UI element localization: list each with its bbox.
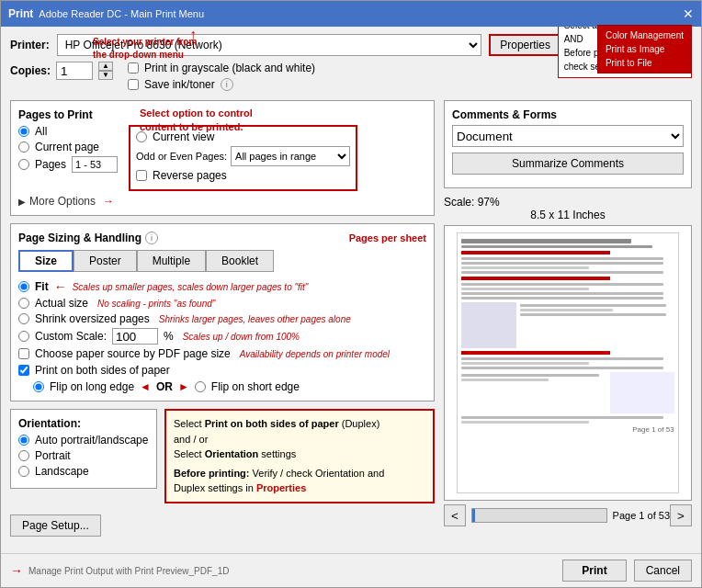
pages-range-label: Pages: [35, 158, 66, 171]
comments-select[interactable]: Document: [452, 125, 684, 147]
portrait-radio[interactable]: [18, 450, 29, 461]
copies-spinner[interactable]: ▲ ▼: [98, 62, 113, 80]
page-setup-button[interactable]: Page Setup...: [10, 514, 101, 537]
doc-page-num: Page 1 of 53: [461, 425, 674, 434]
title-bar-left: Print Adobe Reader DC - Main Print Menu: [8, 7, 204, 20]
doc-line6: [461, 288, 589, 290]
doc-lines: Page 1 of 53: [458, 233, 677, 437]
custom-scale-input[interactable]: [112, 328, 158, 345]
left-panel: Pages to Print Select option to controlc…: [10, 100, 435, 537]
left-arrow-or: ◄: [140, 380, 151, 393]
actual-size-radio[interactable]: [18, 298, 29, 309]
print-dialog: Print Adobe Reader DC - Main Print Menu …: [0, 0, 702, 588]
doc-title-line: [461, 239, 631, 243]
orientation-duplex-row: Orientation: Auto portrait/landscape Por…: [10, 409, 435, 503]
size-tab-poster[interactable]: Poster: [74, 250, 137, 272]
fit-radio[interactable]: [18, 281, 29, 292]
spin-down[interactable]: ▼: [98, 71, 113, 80]
duplex-line6: Duplex settings in Properties: [174, 481, 425, 496]
actual-size-label: Actual size: [35, 297, 88, 310]
avail-note: Availability depends on printer model: [240, 349, 390, 359]
save-ink-checkbox[interactable]: [128, 79, 139, 90]
page-setup-row: Page Setup...: [10, 509, 435, 537]
current-page-label: Current page: [35, 141, 99, 153]
scale-info-area: Scale: 97% 8.5 x 11 Inches: [444, 196, 692, 221]
shrink-radio[interactable]: [18, 313, 29, 324]
doc-line5: [461, 283, 663, 286]
right-panel: Comments & Forms Document Summarize Comm…: [444, 100, 692, 537]
custom-scale-radio[interactable]: [18, 331, 29, 342]
progress-fill: [472, 509, 475, 522]
sizing-options: Fit ← Scales up smaller pages, scales do…: [18, 279, 426, 360]
print-options: Print in grayscale (black and white) Sav…: [128, 62, 315, 95]
printer-note: Select your printer fromthe drop-down me…: [93, 36, 197, 62]
info-icon: i: [221, 78, 233, 91]
or-label: OR: [156, 380, 173, 393]
doc-t1: [461, 374, 598, 377]
close-button[interactable]: ✕: [683, 6, 694, 21]
next-page-button[interactable]: >: [670, 504, 692, 526]
pages-section: Pages to Print Select option to controlc…: [10, 100, 435, 216]
shrink-label: Shrink oversized pages: [35, 312, 150, 325]
summarize-button[interactable]: Summarize Comments: [452, 153, 684, 175]
doc-text-col: [520, 302, 674, 348]
print-button[interactable]: Print: [562, 560, 626, 582]
doc-image-row2: [461, 372, 674, 413]
scale-size: 8.5 x 11 Inches: [444, 209, 692, 221]
choose-paper-checkbox[interactable]: [18, 348, 29, 359]
right-arrow-or: ►: [178, 380, 189, 393]
grayscale-label: Print in grayscale (black and white): [144, 62, 315, 74]
pages-range-radio[interactable]: [18, 159, 29, 170]
doc-img-text3: [520, 313, 666, 316]
callout-line1: Color Management: [606, 28, 684, 42]
more-options-arrow: →: [103, 195, 114, 208]
properties-button[interactable]: Properties: [489, 34, 561, 56]
current-page-row: Current page: [18, 141, 118, 153]
sizing-info-icon: i: [145, 232, 158, 244]
landscape-radio[interactable]: [18, 466, 29, 477]
copies-label: Copies:: [10, 64, 51, 77]
spin-up[interactable]: ▲: [98, 62, 113, 71]
copies-input[interactable]: 1: [56, 62, 93, 80]
size-tab-size[interactable]: Size: [18, 250, 74, 272]
fit-row: Fit ← Scales up smaller pages, scales do…: [18, 279, 426, 294]
both-sides-row: Print on both sides of paper: [18, 364, 426, 377]
comments-section: Comments & Forms Document Summarize Comm…: [444, 100, 692, 188]
duplex-note-box: Select Print on both sides of paper (Dup…: [164, 409, 435, 503]
size-tab-booklet[interactable]: Booklet: [206, 250, 274, 272]
sizing-title: Page Sizing & Handling: [18, 232, 142, 244]
orientation-section: Orientation: Auto portrait/landscape Por…: [10, 409, 157, 489]
more-options[interactable]: ▶ More Options →: [18, 195, 426, 208]
grayscale-checkbox[interactable]: [128, 62, 139, 74]
size-tabs: Size Poster Multiple Booklet: [18, 250, 426, 272]
doc-heading2: [461, 277, 610, 280]
doc-line13: [461, 421, 589, 424]
odd-even-select[interactable]: All pages in range: [231, 146, 350, 166]
flip-long-label: Flip on long edge: [50, 380, 134, 393]
custom-scale-label: Custom Scale:: [35, 330, 107, 343]
sizing-section: Page Sizing & Handling i Pages per sheet…: [10, 223, 435, 401]
save-ink-label: Save ink/toner: [144, 78, 215, 91]
all-radio[interactable]: [18, 126, 29, 137]
reverse-pages-label: Reverse pages: [153, 169, 227, 182]
duplex-line5: Before printing: Verify / check Orientat…: [174, 466, 425, 481]
scale-percent: Scale: 97%: [444, 196, 692, 209]
duplex-line1: Select Print on both sides of paper (Dup…: [174, 416, 425, 432]
size-tab-multiple[interactable]: Multiple: [137, 250, 206, 272]
flip-short-radio[interactable]: [195, 381, 206, 392]
doc-line8: [461, 297, 663, 300]
both-sides-checkbox[interactable]: [18, 365, 29, 376]
bottom-bar: → Manage Print Output with Print Preview…: [1, 553, 701, 587]
reverse-pages-checkbox[interactable]: [136, 170, 147, 181]
cancel-button[interactable]: Cancel: [634, 560, 692, 582]
prev-page-button[interactable]: <: [444, 504, 466, 526]
flip-long-radio[interactable]: [33, 381, 44, 392]
auto-portrait-radio[interactable]: [18, 435, 29, 446]
fit-arrow: ←: [54, 279, 67, 294]
doc-line2: [461, 262, 663, 265]
dialog-content: Printer: HP Officejet Pro 8630 (Network)…: [1, 27, 701, 553]
doc-line1: [461, 257, 663, 260]
pages-range-input[interactable]: [72, 156, 118, 173]
doc-heading1: [461, 251, 610, 254]
current-page-radio[interactable]: [18, 141, 29, 153]
